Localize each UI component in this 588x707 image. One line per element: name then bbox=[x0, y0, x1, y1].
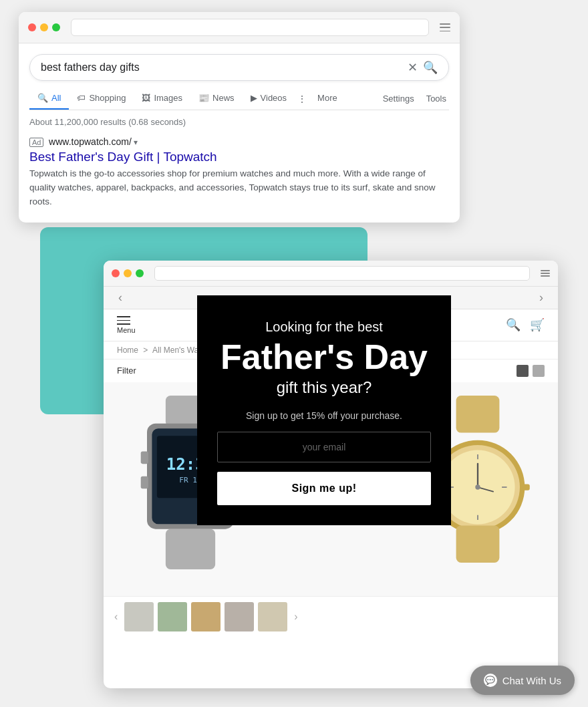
tab-videos-label: Videos bbox=[261, 93, 287, 103]
videos-icon: ▶ bbox=[251, 93, 257, 103]
thumbnail-1[interactable] bbox=[124, 602, 154, 631]
filter-button[interactable]: Filter bbox=[117, 366, 136, 376]
minimize-button[interactable] bbox=[40, 23, 48, 31]
popup-heading: Looking for the best bbox=[217, 319, 431, 335]
search-icon[interactable]: 🔍 bbox=[423, 60, 438, 75]
clear-icon[interactable]: ✕ bbox=[408, 60, 418, 75]
topwatch-url-bar[interactable] bbox=[154, 266, 530, 281]
images-icon: 🖼 bbox=[142, 93, 150, 103]
shopping-icon: 🏷 bbox=[77, 93, 86, 103]
tab-more[interactable]: More bbox=[309, 88, 345, 110]
maximize-button[interactable] bbox=[52, 23, 60, 31]
google-content: best fathers day gifts ✕ 🔍 🔍 All 🏷 Shopp… bbox=[19, 54, 460, 223]
svg-point-22 bbox=[475, 484, 480, 489]
breadcrumb-home[interactable]: Home bbox=[117, 345, 138, 355]
thumb-prev-arrow[interactable]: ‹ bbox=[112, 611, 120, 623]
cart-icon[interactable]: 🛒 bbox=[530, 317, 545, 332]
all-icon: 🔍 bbox=[37, 93, 48, 103]
topwatch-close-button[interactable] bbox=[112, 269, 120, 277]
ad-url: www.topwatch.com/ bbox=[49, 136, 132, 147]
url-bar[interactable] bbox=[71, 19, 429, 36]
google-search-window: best fathers day gifts ✕ 🔍 🔍 All 🏷 Shopp… bbox=[19, 12, 460, 223]
thumb-next-arrow[interactable]: › bbox=[291, 611, 300, 623]
chat-button[interactable]: Chat With Us bbox=[470, 666, 575, 695]
chat-label: Chat With Us bbox=[502, 675, 561, 686]
popup-modal: Looking for the best Father's Day gift t… bbox=[197, 295, 451, 525]
svg-rect-23 bbox=[521, 484, 530, 490]
chat-bubble-icon bbox=[484, 674, 497, 687]
svg-rect-9 bbox=[141, 476, 148, 488]
topwatch-maximize-button[interactable] bbox=[136, 269, 144, 277]
tab-news[interactable]: 📰 News bbox=[190, 88, 243, 110]
ad-title-link[interactable]: Best Father's Day Gift | Topwatch bbox=[29, 150, 449, 164]
menu-button[interactable]: Menu bbox=[117, 316, 136, 334]
thumbnail-4[interactable] bbox=[225, 602, 254, 631]
tab-more-label: More bbox=[317, 93, 337, 103]
ad-badge: Ad bbox=[29, 138, 43, 147]
back-arrow[interactable]: ‹ bbox=[112, 291, 129, 305]
thumbnail-3[interactable] bbox=[191, 602, 220, 631]
ad-label: Ad www.topwatch.com/ ▾ bbox=[29, 136, 449, 147]
tab-shopping[interactable]: 🏷 Shopping bbox=[69, 88, 134, 110]
tab-images[interactable]: 🖼 Images bbox=[134, 88, 190, 110]
search-input[interactable]: best fathers day gifts bbox=[41, 61, 402, 74]
google-titlebar bbox=[19, 12, 460, 43]
svg-rect-8 bbox=[141, 451, 148, 464]
tab-shopping-label: Shopping bbox=[89, 93, 126, 103]
tab-images-label: Images bbox=[154, 93, 182, 103]
tab-all[interactable]: 🔍 All bbox=[29, 88, 69, 110]
settings-tools: Settings Tools bbox=[380, 88, 449, 109]
forward-arrow[interactable]: › bbox=[533, 291, 550, 305]
news-icon: 📰 bbox=[198, 93, 209, 103]
thumbnail-2[interactable] bbox=[158, 602, 187, 631]
hamburger-menu-btn bbox=[117, 316, 136, 325]
view-icons bbox=[517, 365, 545, 377]
svg-rect-12 bbox=[456, 396, 500, 433]
results-count: About 11,200,000 results (0.68 seconds) bbox=[29, 117, 449, 127]
search-bar[interactable]: best fathers day gifts ✕ 🔍 bbox=[29, 54, 449, 81]
popup-big-title: Father's Day bbox=[217, 339, 431, 376]
grid-view-icon[interactable] bbox=[517, 365, 529, 377]
tab-all-label: All bbox=[51, 93, 61, 103]
tab-news-label: News bbox=[212, 93, 235, 103]
thumbnail-5[interactable] bbox=[258, 602, 287, 631]
popup-email-input[interactable] bbox=[217, 432, 431, 462]
topwatch-hamburger-icon[interactable] bbox=[541, 270, 550, 277]
ad-description: Topwatch is the go-to accessories shop f… bbox=[29, 167, 449, 209]
traffic-lights bbox=[28, 23, 60, 31]
hamburger-menu-icon[interactable] bbox=[440, 23, 450, 31]
topwatch-titlebar bbox=[104, 261, 558, 287]
tab-videos[interactable]: ▶ Videos bbox=[243, 88, 295, 110]
popup-submit-button[interactable]: Sign me up! bbox=[217, 472, 431, 505]
store-header-icons: 🔍 🛒 bbox=[506, 317, 545, 332]
topwatch-traffic-lights bbox=[112, 269, 144, 277]
popup-description: Sign up to get 15% off your purchase. bbox=[217, 410, 431, 421]
menu-label: Menu bbox=[117, 326, 136, 334]
close-button[interactable] bbox=[28, 23, 36, 31]
breadcrumb-separator: > bbox=[143, 345, 148, 355]
popup-sub-title: gift this year? bbox=[217, 378, 431, 397]
settings-link[interactable]: Settings bbox=[380, 88, 417, 109]
svg-rect-24 bbox=[456, 525, 500, 563]
search-tabs: 🔍 All 🏷 Shopping 🖼 Images 📰 News ▶ Video… bbox=[29, 88, 449, 110]
topwatch-minimize-button[interactable] bbox=[124, 269, 132, 277]
search-store-icon[interactable]: 🔍 bbox=[506, 317, 521, 332]
thumbnail-row: ‹ › bbox=[104, 596, 558, 637]
tab-separator: ⋮ bbox=[295, 88, 309, 110]
ad-dropdown-icon[interactable]: ▾ bbox=[134, 138, 138, 147]
tools-link[interactable]: Tools bbox=[424, 88, 449, 109]
list-view-icon[interactable] bbox=[533, 365, 545, 377]
svg-rect-7 bbox=[166, 529, 215, 569]
